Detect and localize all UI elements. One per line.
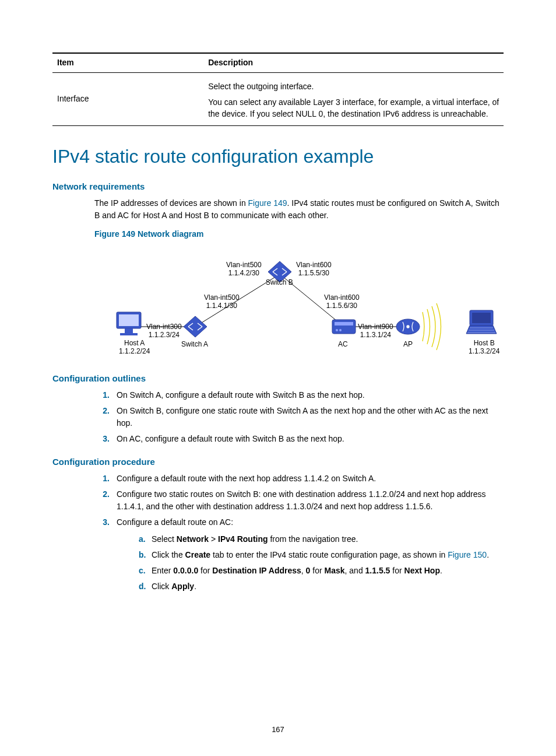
link-figure-149[interactable]: Figure 149 [248, 198, 287, 208]
list-marker: 1. [94, 389, 117, 401]
label-switchb-right: Vlan-int6001.1.5.5/30 [296, 261, 332, 278]
bold-text: 0.0.0.0 [173, 566, 198, 575]
svg-rect-6 [125, 328, 133, 333]
table-cell-desc-p2: You can select any available Layer 3 int… [208, 97, 501, 120]
text-span: . [194, 582, 196, 591]
svg-rect-10 [332, 320, 356, 334]
list-text: Click the Create tab to enter the IPv4 s… [152, 549, 504, 561]
section-configuration-outlines: Configuration outlines [52, 372, 504, 384]
svg-rect-5 [119, 314, 139, 326]
text-span: > [209, 534, 218, 544]
bold-text: Create [185, 550, 211, 559]
table-cell-desc-p1: Select the outgoing interface. [208, 81, 501, 93]
text-span: The IP addresses of devices are shown in [94, 198, 248, 208]
label-ac-right: Vlan-int9001.1.3.1/24 [358, 323, 393, 340]
svg-point-13 [339, 329, 342, 331]
list-item: 3. On AC, configure a default route with… [94, 433, 504, 445]
link-figure-150[interactable]: Figure 150 [448, 550, 487, 559]
figure-caption: Figure 149 Network diagram [94, 229, 504, 240]
list-text: Configure two static routes on Switch B:… [117, 488, 504, 513]
table-header-row: Item Description [52, 53, 504, 72]
page-number: 167 [0, 724, 556, 735]
text-span: for [310, 566, 324, 575]
list-text: Configure a default route with the next … [117, 473, 504, 485]
list-item: d. Click Apply. [139, 580, 504, 593]
list-text: On Switch A, configure a default route w… [117, 389, 504, 401]
list-item: a. Select Network > IPv4 Routing from th… [139, 533, 504, 545]
text-span: for [198, 566, 212, 575]
text-span: . [487, 550, 489, 559]
list-item: 3. Configure a default route on AC: a. S… [94, 516, 504, 596]
table-row: Interface Select the outgoing interface.… [52, 72, 504, 126]
text-span: . [440, 566, 442, 575]
text-span: Click [152, 582, 171, 591]
text-span: Click the [152, 550, 185, 559]
list-text: Click Apply. [152, 580, 504, 593]
list-item: c. Enter 0.0.0.0 for Destination IP Addr… [139, 565, 504, 577]
text-span: tab to enter the IPv4 static route confi… [210, 550, 448, 559]
network-diagram: Vlan-int5001.1.4.2/30 Vlan-int6001.1.5.5… [93, 245, 513, 360]
label-ac-top: Vlan-int6001.1.5.6/30 [324, 294, 360, 310]
list-marker: b. [139, 549, 152, 561]
label-ac: AC [338, 341, 348, 349]
svg-marker-8 [184, 316, 207, 337]
list-marker: 1. [94, 473, 117, 485]
bold-text: Network [177, 534, 209, 544]
section-configuration-procedure: Configuration procedure [52, 456, 504, 468]
list-marker: d. [139, 580, 152, 593]
label-switchb-left: Vlan-int5001.1.4.2/30 [226, 261, 262, 278]
svg-rect-7 [120, 333, 138, 335]
svg-rect-11 [335, 322, 353, 326]
page-title: IPv4 static route configuration example [52, 144, 504, 170]
section-network-requirements: Network requirements [52, 180, 504, 192]
list-item: 2. Configure two static routes on Switch… [94, 488, 504, 513]
table-cell-description: Select the outgoing interface. You can s… [206, 72, 504, 126]
network-requirements-text: The IP addresses of devices are shown in… [94, 197, 504, 222]
svg-point-15 [407, 326, 409, 328]
table-header-item: Item [52, 53, 206, 72]
bold-text: Next Hop [404, 566, 440, 575]
sub-list: a. Select Network > IPv4 Routing from th… [139, 533, 504, 593]
bold-text: 1.1.5.5 [365, 566, 390, 575]
text-span: Configure a default route on AC: [117, 517, 233, 527]
label-switcha-left: Vlan-int3001.1.2.3/24 [146, 323, 182, 340]
list-marker: 3. [94, 516, 117, 528]
item-description-table: Item Description Interface Select the ou… [52, 52, 504, 126]
text-span: , and [345, 566, 365, 575]
text-span: Enter [152, 566, 173, 575]
bold-text: Destination IP Address [212, 566, 301, 575]
bold-text: Apply [171, 582, 194, 591]
bold-text: IPv4 Routing [218, 534, 268, 544]
configuration-procedure-list: 1. Configure a default route with the ne… [94, 473, 504, 596]
list-text: On Switch B, configure one static route … [117, 405, 504, 429]
list-item: 1. Configure a default route with the ne… [94, 473, 504, 485]
list-marker: a. [139, 533, 152, 545]
text-span: for [390, 566, 404, 575]
label-switchb: Switch B [266, 279, 293, 287]
label-switcha: Switch A [181, 341, 208, 349]
label-switcha-top: Vlan-int5001.1.4.1/30 [204, 294, 240, 310]
list-marker: 3. [94, 433, 117, 445]
list-text: Select Network > IPv4 Routing from the n… [152, 533, 504, 545]
label-ap: AP [403, 341, 413, 349]
text-span: , [301, 566, 306, 575]
table-header-description: Description [206, 53, 504, 72]
table-cell-item: Interface [52, 72, 206, 126]
configuration-outlines-list: 1. On Switch A, configure a default rout… [94, 389, 504, 445]
bold-text: Mask [325, 566, 345, 575]
list-text: Configure a default route on AC: a. Sele… [117, 516, 504, 596]
list-item: 1. On Switch A, configure a default rout… [94, 389, 504, 401]
svg-point-12 [336, 329, 338, 331]
list-item: 2. On Switch B, configure one static rou… [94, 405, 504, 429]
list-marker: c. [139, 565, 152, 577]
label-hostb: Host B1.1.3.2/24 [469, 340, 499, 356]
list-marker: 2. [94, 405, 117, 417]
label-hosta: Host A1.1.2.2/24 [119, 340, 150, 356]
svg-rect-17 [472, 313, 491, 323]
text-span: Select [152, 534, 177, 544]
text-span: from the navigation tree. [268, 534, 358, 544]
list-text: On AC, configure a default route with Sw… [117, 433, 504, 445]
list-marker: 2. [94, 488, 117, 501]
list-text: Enter 0.0.0.0 for Destination IP Address… [152, 565, 504, 577]
list-item: b. Click the Create tab to enter the IPv… [139, 549, 504, 561]
